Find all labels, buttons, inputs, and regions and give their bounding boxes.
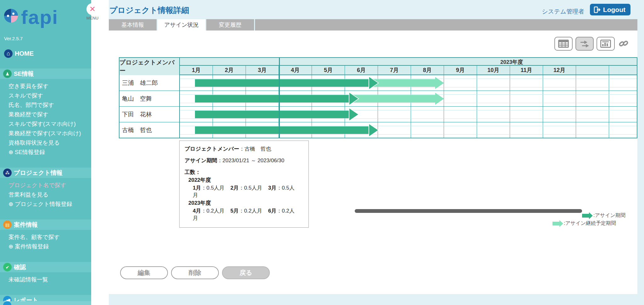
check-icon: ✔ <box>3 263 12 271</box>
action-buttons: 編集 削除 戻る <box>120 266 273 279</box>
tab-basic-info[interactable]: 基本情報 <box>109 19 157 30</box>
horizontal-scrollbar[interactable] <box>355 209 582 213</box>
sidebar-item[interactable]: 資格取得状況を見る <box>8 138 91 147</box>
sidebar-next-section-partial <box>0 301 91 305</box>
month-header-cell: 4月 <box>279 66 312 75</box>
share-link-button[interactable] <box>618 38 629 49</box>
assign-period-bar[interactable] <box>195 95 349 103</box>
sidebar-section-header[interactable]: ♟SE情報 <box>0 69 91 79</box>
sidebar-section-header[interactable]: ▤案件情報 <box>0 219 91 230</box>
planned-period-bar[interactable] <box>349 95 435 103</box>
app-version: Ver.2.5.7 <box>0 34 91 41</box>
tooltip-period-label: アサイン期間 <box>185 158 217 164</box>
month-header-cell: 12月 <box>543 66 576 75</box>
arrow-head <box>349 108 358 120</box>
sidebar-item[interactable]: 業務経歴で探す <box>8 110 91 119</box>
month-header-cell <box>576 66 609 75</box>
member-name: 亀山 空舞 <box>119 91 180 106</box>
view-toolbar <box>552 37 629 51</box>
tooltip-fy2022-efforts: 1月：0.5人月 2月：0.5人月 3月：0.5人月 <box>185 184 304 199</box>
sidebar-item[interactable]: 営業利益を見る <box>8 190 91 199</box>
assign-period-bar[interactable] <box>195 126 369 134</box>
sidebar-item[interactable]: 未確認情報一覧 <box>8 275 91 284</box>
member-name: 古橋 哲也 <box>119 122 180 138</box>
fiscal-year-row: 2023年度 <box>180 58 637 66</box>
tooltip-effort-label: 工数： <box>185 169 201 175</box>
month-label: 1月 <box>193 185 201 191</box>
tooltip-fy2023-label: 2023年度 <box>188 200 211 206</box>
sidebar-item[interactable]: スキルで探す(スマホ向け) <box>8 119 91 129</box>
sidebar-item[interactable]: ⊕ SE情報登録 <box>8 147 91 157</box>
sidebar-section-header[interactable]: ⁂プロジェクト情報 <box>0 168 91 178</box>
gantt-row-grid <box>180 122 637 138</box>
effort-value: 0.5人月 <box>206 185 225 191</box>
sidebar-item[interactable]: ⊕ プロジェクト情報登録 <box>8 199 91 209</box>
arrow-head <box>435 93 444 105</box>
month-header-cell: 8月 <box>411 66 444 75</box>
gantt-view-button[interactable] <box>575 37 594 51</box>
tab-bar: 基本情報 アサイン状況 変更履歴 <box>109 19 637 30</box>
chart-view-button[interactable] <box>597 37 615 51</box>
sidebar-item[interactable]: プロジェクト名で探す <box>8 180 91 190</box>
table-view-button[interactable] <box>554 37 573 51</box>
member-name: 下田 花林 <box>119 107 180 122</box>
tab-change-history[interactable]: 変更履歴 <box>206 19 254 30</box>
gantt-rows: 三浦 雄二郎亀山 空舞下田 花林古橋 哲也 <box>119 75 637 138</box>
month-label: 6月 <box>268 208 276 214</box>
tab-assign-status[interactable]: アサイン状況 <box>158 19 205 30</box>
page-title: プロジェクト情報詳細 <box>109 5 189 15</box>
arrow-head <box>435 77 444 89</box>
assign-period-bar[interactable] <box>195 111 349 118</box>
sidebar-section-label: プロジェクト情報 <box>14 169 63 177</box>
member-name: 三浦 雄二郎 <box>119 75 180 91</box>
month-label: 3月 <box>268 185 276 191</box>
sidebar-item-home[interactable]: ⌂ HOME <box>4 49 91 58</box>
assign-period-bar[interactable] <box>195 79 369 87</box>
sidebar-item[interactable]: スキルで探す <box>8 91 91 100</box>
sidebar-item[interactable]: 氏名、部門で探す <box>8 100 91 110</box>
sidebar-item[interactable]: ⊕ 案件情報登録 <box>8 242 91 251</box>
table-icon <box>558 40 569 48</box>
month-header-cell: 7月 <box>378 66 411 75</box>
member-column-header: プロジェクトメンバー <box>119 58 180 75</box>
sidebar-item[interactable]: 業務経歴で探す(スマホ向け) <box>8 129 91 138</box>
assign-period-arrow-icon <box>582 214 591 218</box>
sidebar: fapi Ver.2.5.7 ⌂ HOME ♟SE情報空き要員を探すスキルで探す… <box>0 0 91 305</box>
logout-label: Logout <box>603 6 625 14</box>
separator: ： <box>276 208 282 214</box>
planned-period-bar[interactable] <box>369 79 435 87</box>
app-logo[interactable]: fapi <box>0 0 91 34</box>
content-panel: プロジェクトメンバー 2023年度 1月2月3月4月5月6月7月8月9月10月1… <box>109 30 637 294</box>
delete-button[interactable]: 削除 <box>171 266 219 279</box>
arrows-icon <box>579 39 590 48</box>
doc-icon: ▤ <box>3 220 12 229</box>
assignment-tooltip: プロジェクトメンバー：古橋 哲也 アサイン期間：2023/01/21 ～ 202… <box>179 141 309 228</box>
menu-label: MENU <box>84 16 101 20</box>
assign-period-label: :アサイン期間 <box>593 212 625 219</box>
logout-door-icon <box>594 6 601 13</box>
edit-button[interactable]: 編集 <box>120 266 168 279</box>
month-label: 4月 <box>193 208 201 214</box>
link-icon <box>618 38 629 49</box>
app-window: fapi Ver.2.5.7 ⌂ HOME ♟SE情報空き要員を探すスキルで探す… <box>0 0 644 305</box>
tab-bar-filler <box>255 19 637 30</box>
tooltip-fy2023-efforts: 4月：0.2人月 5月：0.2人月 6月：0.2人月 <box>185 207 304 222</box>
month-header-cell: 9月 <box>444 66 477 75</box>
logout-button[interactable]: Logout <box>590 4 630 15</box>
gantt-legend: :アサイン期間 :アサイン継続予定期間 <box>552 212 634 228</box>
home-icon: ⌂ <box>4 49 13 58</box>
menu-toggle[interactable]: ✕ MENU <box>84 3 101 20</box>
tooltip-member-value: 古橋 哲也 <box>245 146 271 152</box>
back-button[interactable]: 戻る <box>222 266 270 279</box>
separator: ： <box>239 146 245 152</box>
sidebar-item[interactable]: 空き要員を探す <box>8 81 91 91</box>
sidebar-section-header[interactable]: ✔確認 <box>0 262 91 272</box>
tooltip-fy2022-label: 2022年度 <box>188 177 211 183</box>
separator: ： <box>276 185 282 191</box>
month-label: 5月 <box>230 208 239 214</box>
sidebar-item[interactable]: 案件名、顧客で探す <box>8 232 91 242</box>
month-header-cell: 11月 <box>510 66 543 75</box>
month-label: 2月 <box>230 185 239 191</box>
effort-value: 0.2人月 <box>206 208 225 214</box>
next-section-icon <box>3 301 11 305</box>
